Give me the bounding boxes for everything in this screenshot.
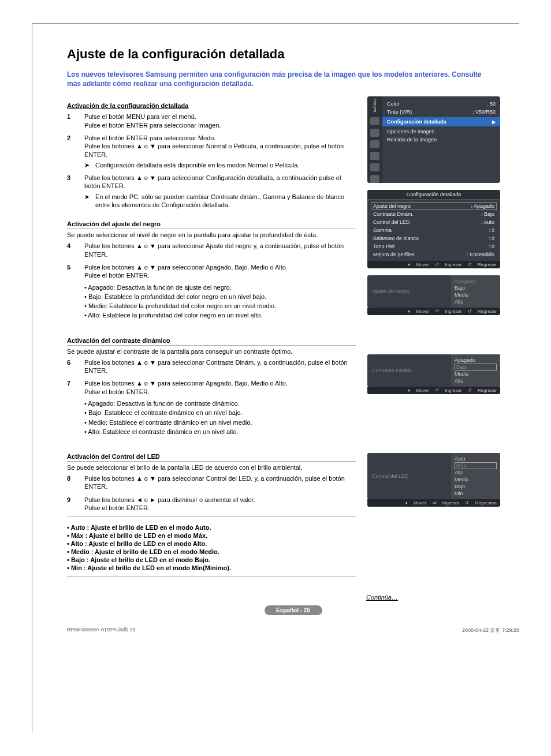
osd-hint-back: ↺ Regresar [468, 309, 497, 314]
osd-selected-item: Configuración detallada [387, 119, 446, 125]
osd-label: Ajuste del negro [373, 203, 411, 209]
setup-icon [370, 152, 379, 160]
popup-option: Bajo [455, 483, 497, 490]
sound-icon [370, 129, 379, 137]
popup-option: Min [455, 490, 497, 497]
step-text: Pulse los botones ▲ o ▼ para seleccionar… [84, 379, 356, 387]
step-text: Pulse los botones ▲ o ▼ para seleccionar… [84, 263, 356, 271]
step-number: 5 [67, 263, 75, 321]
step-text: Pulse el botón ENTER. [84, 504, 356, 512]
section3-heading: Activación del contraste dinámico [67, 337, 356, 346]
popup-label: Control del LED [367, 453, 451, 499]
osd-label: Mejora de perfiles [373, 252, 415, 257]
step-text: Pulse los botones ◄ o ► para disminuir o… [84, 496, 356, 504]
step-text: Pulse los botones ▲ o ▼ para seleccionar… [84, 142, 356, 159]
bullet-item: Medio: Establece la profundidad del colo… [84, 302, 356, 310]
step-number: 6 [67, 358, 75, 375]
channel-icon [370, 140, 379, 148]
osd-value: : 0 [489, 235, 494, 241]
app-icon [370, 175, 379, 183]
step-number: 2 [67, 134, 75, 169]
osd-hint-enter: ⏎ Ingresar [435, 309, 462, 314]
intro-text: Los nuevos televisores Samsung permiten … [67, 70, 483, 88]
bullet-item: Bajo : Ajuste el brillo de LED en el mod… [67, 556, 356, 563]
popup-option: Alto [455, 298, 497, 305]
step-text: Pulse los botones ▲ o ▼ para seleccionar… [84, 358, 356, 375]
input-icon [370, 163, 379, 171]
section2-heading: Activación del ajuste del negro [67, 220, 356, 229]
popup-option: Bajo [455, 285, 497, 291]
osd-value: : 0 [489, 227, 494, 233]
section4-heading: Activación del Control del LED [67, 453, 356, 462]
step-text: Pulse el botón ENTER. [84, 271, 356, 279]
osd-category-label: Imagen [373, 99, 377, 112]
osd-hint-move: ♦ Mover [405, 500, 427, 506]
osd-value: : Encendido [467, 252, 494, 257]
osd-label: Color [387, 101, 400, 107]
popup-option: Alto [455, 469, 497, 476]
popup-option: Auto [455, 455, 497, 462]
popup-label: Contraste Dinám. [367, 354, 451, 387]
osd-value: : Apagado [471, 203, 494, 209]
osd-label: Tinte (V/R) [387, 109, 412, 115]
section1-heading: Activación de la configuración detallada [67, 102, 356, 109]
osd-value: : Auto [481, 219, 494, 225]
osd-main-menu: Imagen Color: 50 Tinte (V/R): V50/R50 Co… [367, 96, 500, 182]
popup-option: Medio [455, 476, 497, 483]
step-text: Pulse el botón ENTER. [84, 388, 356, 396]
osd-hint-move: ♦ Mover [408, 388, 429, 393]
bullet-item: Alto: Establece la profundidad del color… [84, 311, 356, 319]
chevron-right-icon [492, 119, 496, 125]
osd-hint-enter: ⏎ Ingresar [435, 388, 462, 393]
bullet-item: Bajo: Establece el contraste dinámico en… [84, 409, 356, 417]
step-text: Pulse el botón ENTER para seleccionar Mo… [84, 134, 356, 142]
osd-value: : 50 [487, 101, 496, 107]
popup-option: Apagado [455, 278, 497, 285]
popup-option: Medio [455, 370, 497, 377]
step-text: Pulse el botón MENU para ver el menú. [84, 113, 356, 121]
osd-item: Reinicio de la imagen [387, 137, 437, 143]
osd-hint-enter: ⏎ Ingresar [433, 500, 460, 506]
step-number: 8 [67, 474, 75, 491]
step-text: Pulse los botones ▲ o ▼ para seleccionar… [84, 474, 356, 491]
bullet-item: Máx : Ajuste el brillo de LED en el modo… [67, 532, 356, 539]
picture-icon [370, 117, 379, 125]
bullet-item: Alto : Ajuste el brillo de LED en el mod… [67, 540, 356, 547]
bullet-item: Apagado: Desactiva la función de ajuste … [84, 283, 356, 291]
osd-hint-back: ↺ Regresara [465, 500, 497, 506]
bullet-item: Alto: Establece el contraste dinámico en… [84, 428, 356, 436]
popup-label: Ajuste del negro [367, 275, 451, 308]
step-text: Pulse el botón ENTER para seleccionar Im… [84, 121, 356, 129]
popup-option-selected: Bajo [455, 364, 497, 370]
osd-label: Contraste Dinám. [373, 211, 414, 217]
osd-popup-dynamic-contrast: Contraste Dinám. Apagado Bajo Medio Alto [367, 354, 500, 387]
osd-label: Balanceo de blanco [373, 235, 419, 241]
section2-desc: Se puede seleccionar el nivel de negro e… [67, 231, 356, 238]
step-text: Pulse los botones ▲ o ▼ para seleccionar… [84, 174, 356, 190]
page-number-badge: Español - 25 [265, 605, 322, 615]
osd-label: Control del LED [373, 219, 410, 225]
popup-option: Medio [455, 291, 497, 298]
note-arrow-icon [84, 161, 90, 169]
bullet-item: Min : Ajuste el brillo de LED en el modo… [67, 564, 356, 571]
step-note: Configuración detallada está disponible … [95, 161, 299, 169]
step-number: 7 [67, 379, 75, 437]
step-text: Pulse los botones ▲ o ▼ para seleccionar… [84, 242, 356, 259]
osd-value: : Bajo [481, 211, 494, 217]
bullet-item: Auto : Ajuste el brillo de LED en el mod… [67, 524, 356, 531]
osd-hint-move: ♦ Mover [408, 309, 429, 314]
osd-popup-black-adjust: Ajuste del negro Apagado Bajo Medio Alto [367, 275, 500, 308]
step-note: En el modo PC, sólo se pueden cambiar Co… [95, 193, 356, 209]
bullet-item: Medio : Ajuste el brillo de LED en el mo… [67, 548, 356, 555]
bullet-item: Bajo: Establece la profundidad del color… [84, 293, 356, 301]
osd-value: : 0 [489, 244, 494, 249]
osd-label: Tono Piel [373, 244, 394, 249]
footer-timestamp: 2008-04-22 오후 7:29:28 [462, 627, 519, 634]
step-number: 9 [67, 496, 75, 512]
note-arrow-icon [84, 193, 90, 201]
step-number: 1 [67, 113, 75, 129]
osd-value: : V50/R50 [472, 109, 496, 115]
section4-desc: Se puede seleccionar el brillo de la pan… [67, 464, 356, 471]
osd-popup-led-control: Control del LED Auto Máx Alto Medio Bajo… [367, 453, 500, 499]
bullet-item: Apagado: Desactiva la función de contras… [84, 399, 356, 407]
